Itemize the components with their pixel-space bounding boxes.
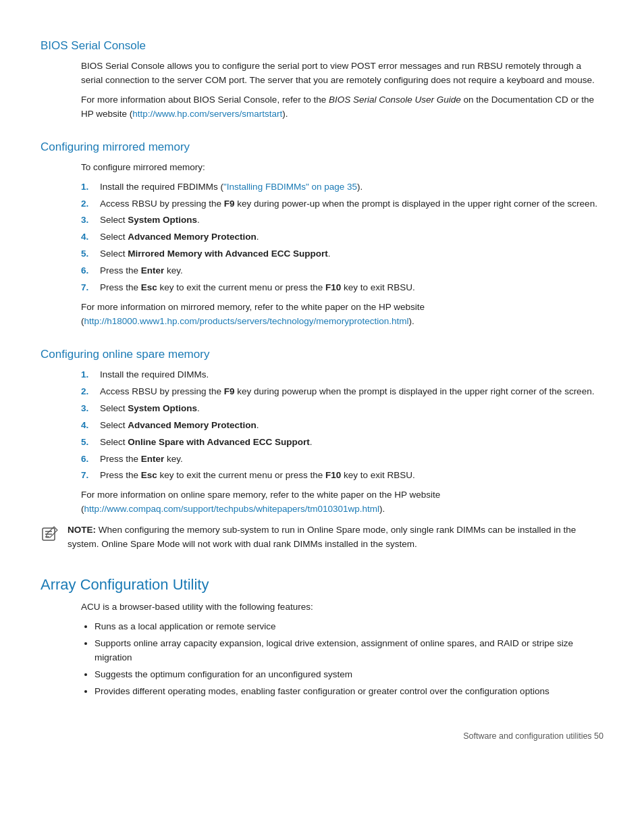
- mirrored-step-2: Access RBSU by pressing the F9 key durin…: [81, 197, 603, 211]
- note-body: When configuring the memory sub-system t…: [68, 525, 576, 549]
- acu-feature-list: Runs as a local application or remote se…: [81, 620, 603, 699]
- bios-smartstart-link[interactable]: http://www.hp.com/servers/smartstart: [132, 109, 282, 119]
- bios-serial-console-para2: For more information about BIOS Serial C…: [81, 93, 603, 122]
- online-step-6: Press the Enter key.: [81, 452, 603, 467]
- acu-bullet-1: Runs as a local application or remote se…: [95, 620, 603, 634]
- mirrored-memory-intro: To configure mirrored memory:: [81, 161, 603, 175]
- mirrored-step-4: Select Advanced Memory Protection.: [81, 230, 603, 244]
- online-spare-steps: Install the required DIMMs. Access RBSU …: [81, 368, 603, 483]
- mirrored-step-1: Install the required FBDIMMs ("Installin…: [81, 180, 603, 194]
- online-spare-link[interactable]: http://www.compaq.com/support/techpubs/w…: [84, 504, 379, 514]
- note-label: NOTE:: [68, 525, 96, 535]
- configuring-mirrored-memory-section: Configuring mirrored memory To configure…: [41, 140, 603, 329]
- bios-para2-italic: BIOS Serial Console User Guide: [329, 95, 461, 105]
- bios-serial-console-para1: BIOS Serial Console allows you to config…: [81, 59, 603, 88]
- footer-text: Software and configuration utilities 50: [463, 731, 603, 741]
- page-footer: Software and configuration utilities 50: [41, 731, 603, 741]
- online-step-5: Select Online Spare with Advanced ECC Su…: [81, 436, 603, 450]
- bios-para2-suffix: ).: [282, 109, 288, 119]
- online-step-1: Install the required DIMMs.: [81, 368, 603, 382]
- mirrored-step-5: Select Mirrored Memory with Advanced ECC…: [81, 247, 603, 261]
- online-footer-suffix: ).: [379, 504, 385, 514]
- online-spare-note: NOTE: When configuring the memory sub-sy…: [41, 523, 603, 552]
- mirrored-memory-steps: Install the required FBDIMMs ("Installin…: [81, 180, 603, 295]
- note-svg-icon: [41, 525, 59, 544]
- note-icon: [41, 523, 62, 548]
- acu-bullet-2: Supports online array capacity expansion…: [95, 637, 603, 665]
- configuring-online-spare-section: Configuring online spare memory Install …: [41, 348, 603, 552]
- online-spare-footer: For more information on online spare mem…: [81, 488, 603, 517]
- mirrored-footer-suffix: ).: [408, 316, 414, 326]
- array-configuration-utility-heading: Array Configuration Utility: [41, 576, 603, 594]
- fbdimms-link[interactable]: "Installing FBDIMMs" on page 35: [223, 182, 357, 192]
- online-step-2: Access RBSU by pressing the F9 key durin…: [81, 385, 603, 399]
- array-configuration-utility-section: Array Configuration Utility ACU is a bro…: [41, 576, 603, 699]
- mirrored-memory-link[interactable]: http://h18000.www1.hp.com/products/serve…: [84, 316, 409, 326]
- mirrored-step-7: Press the Esc key to exit the current me…: [81, 281, 603, 295]
- bios-serial-console-section: BIOS Serial Console BIOS Serial Console …: [41, 39, 603, 122]
- mirrored-memory-footer: For more information on mirrored memory,…: [81, 301, 603, 329]
- mirrored-step-3: Select System Options.: [81, 213, 603, 228]
- acu-bullet-3: Suggests the optimum configuration for a…: [95, 668, 603, 682]
- note-content: NOTE: When configuring the memory sub-sy…: [68, 523, 603, 552]
- bios-serial-console-heading: BIOS Serial Console: [41, 39, 603, 53]
- online-step-3: Select System Options.: [81, 402, 603, 416]
- online-step-4: Select Advanced Memory Protection.: [81, 419, 603, 433]
- configuring-online-spare-heading: Configuring online spare memory: [41, 348, 603, 361]
- bios-para2-prefix: For more information about BIOS Serial C…: [81, 95, 329, 105]
- acu-bullet-4: Provides different operating modes, enab…: [95, 685, 603, 699]
- acu-intro: ACU is a browser-based utility with the …: [81, 600, 603, 615]
- online-step-7: Press the Esc key to exit the current me…: [81, 469, 603, 483]
- mirrored-step-6: Press the Enter key.: [81, 264, 603, 278]
- configuring-mirrored-memory-heading: Configuring mirrored memory: [41, 140, 603, 154]
